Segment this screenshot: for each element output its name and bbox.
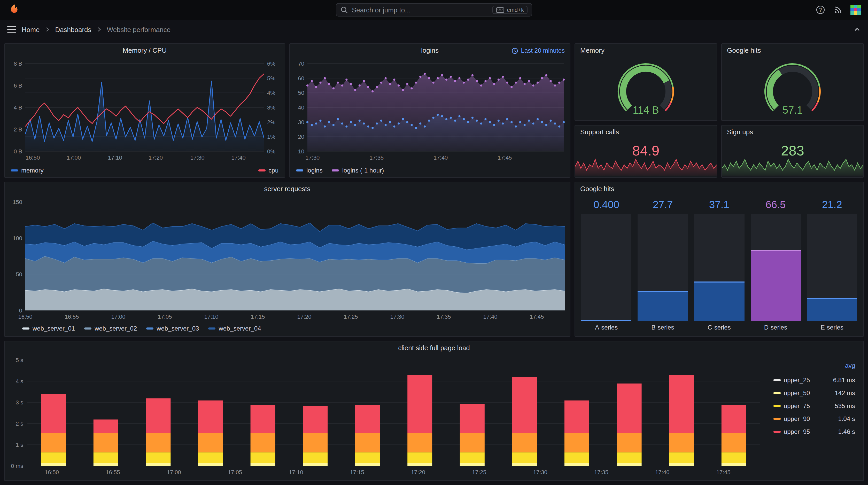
page-load-chart[interactable]: 0 ms1 s2 s3 s4 s5 s16:5016:5517:0017:051…: [5, 355, 863, 477]
legend-item-cpu[interactable]: cpu: [258, 167, 278, 174]
bar-gauge-c-series: 37.1 C-series: [694, 198, 744, 332]
legend-avg-value: 6.81 ms: [833, 376, 855, 384]
grafana-logo-icon[interactable]: [7, 3, 21, 17]
rss-icon[interactable]: [833, 5, 842, 14]
legend-item-web-server-01[interactable]: web_server_01: [22, 325, 75, 332]
server-requests-chart[interactable]: 05010015016:5016:5517:0017:0517:1017:151…: [5, 196, 570, 322]
search-icon: [340, 6, 348, 13]
svg-text:30: 30: [298, 119, 304, 126]
search-input[interactable]: Search or jump to... cmd+k: [336, 3, 532, 17]
svg-text:2 B: 2 B: [14, 126, 22, 133]
svg-text:17:35: 17:35: [437, 314, 451, 320]
bar-value: 37.1: [709, 198, 729, 213]
svg-text:5 s: 5 s: [16, 357, 23, 363]
breadcrumb-home[interactable]: Home: [22, 26, 39, 33]
svg-text:17:45: 17:45: [716, 469, 731, 476]
panel-sign-ups: Sign ups 283: [721, 125, 864, 178]
time-range-label[interactable]: Last 20 minutes: [512, 47, 565, 54]
svg-text:4%: 4%: [267, 90, 275, 96]
logins-chart[interactable]: 1020304050607017:3017:3517:4017:45: [290, 57, 570, 164]
bar-fill: [750, 250, 801, 321]
svg-text:17:00: 17:00: [67, 155, 81, 161]
legend-item-upper-90[interactable]: upper_90 1.04 s: [773, 412, 855, 425]
legend-item-logins-prev[interactable]: logins (-1 hour): [332, 167, 384, 174]
svg-text:17:30: 17:30: [305, 155, 319, 161]
panel-title[interactable]: Google hits: [575, 182, 863, 196]
svg-text:16:50: 16:50: [18, 314, 32, 320]
svg-text:17:15: 17:15: [350, 469, 364, 476]
svg-text:0%: 0%: [267, 148, 275, 155]
legend-item-web-server-02[interactable]: web_server_02: [84, 325, 137, 332]
legend-item-upper-75[interactable]: upper_75 535 ms: [773, 399, 855, 412]
stat-value: 84.9: [575, 143, 717, 159]
svg-text:6%: 6%: [267, 60, 275, 67]
legend-label-logins-prev: logins (-1 hour): [342, 167, 384, 174]
bar-value: 21.2: [822, 198, 842, 213]
svg-text:4 B: 4 B: [14, 104, 22, 111]
svg-text:0 B: 0 B: [14, 148, 22, 155]
svg-text:17:25: 17:25: [472, 469, 486, 476]
svg-text:3%: 3%: [267, 104, 275, 111]
legend-item-web-server-03[interactable]: web_server_03: [146, 325, 199, 332]
svg-text:17:45: 17:45: [530, 314, 544, 320]
svg-text:50: 50: [298, 90, 304, 96]
chevron-right-icon: [97, 27, 102, 32]
svg-text:17:05: 17:05: [158, 314, 172, 320]
svg-text:40: 40: [298, 104, 304, 111]
breadcrumb-current-page: Website performance: [107, 26, 171, 33]
menu-icon[interactable]: [7, 26, 17, 33]
legend-color-web-server-03: [146, 327, 153, 329]
panel-support-calls: Support calls 84.9: [575, 125, 717, 178]
legend-item-memory[interactable]: memory: [11, 167, 44, 174]
legend-item-logins[interactable]: logins: [296, 167, 323, 174]
svg-text:17:45: 17:45: [498, 155, 512, 161]
legend-item-upper-25[interactable]: upper_25 6.81 ms: [773, 374, 855, 386]
svg-text:16:55: 16:55: [65, 314, 79, 320]
svg-text:10: 10: [298, 148, 304, 155]
svg-text:16:50: 16:50: [26, 155, 40, 161]
bar-value: 0.400: [593, 198, 619, 213]
legend-label-cpu: cpu: [269, 167, 278, 174]
panel-title[interactable]: Memory: [575, 44, 717, 57]
legend-item-web-server-04[interactable]: web_server_04: [208, 325, 261, 332]
legend-label-logins: logins: [306, 167, 323, 174]
svg-text:17:30: 17:30: [190, 155, 205, 161]
panel-title[interactable]: server requests: [5, 182, 570, 196]
svg-text:50: 50: [16, 271, 22, 278]
svg-text:17:35: 17:35: [369, 155, 383, 161]
time-range-text: Last 20 minutes: [521, 47, 565, 54]
panel-title[interactable]: Google hits: [722, 44, 863, 57]
svg-text:17:30: 17:30: [390, 314, 404, 320]
svg-text:20: 20: [298, 133, 304, 140]
help-icon[interactable]: ?: [816, 5, 825, 14]
bar-value: 27.7: [653, 198, 673, 213]
collapse-chevron-up-icon[interactable]: [854, 26, 861, 33]
svg-text:17:30: 17:30: [533, 469, 548, 476]
avatar[interactable]: [850, 5, 861, 15]
svg-text:17:10: 17:10: [204, 314, 218, 320]
legend-item-upper-50[interactable]: upper_50 142 ms: [773, 386, 855, 399]
legend-label-memory: memory: [21, 167, 44, 174]
bar-label: E-series: [821, 324, 843, 332]
svg-text:17:10: 17:10: [289, 469, 303, 476]
breadcrumb-dashboards[interactable]: Dashboards: [55, 26, 91, 33]
search-placeholder: Search or jump to...: [352, 6, 489, 14]
memory-cpu-chart[interactable]: 0 B2 B4 B6 B8 B0%1%2%3%4%5%6%16:5017:001…: [5, 57, 285, 164]
legend-item-upper-95[interactable]: upper_95 1.46 s: [773, 425, 855, 438]
panel-title[interactable]: client side full page load: [5, 342, 863, 355]
svg-text:17:20: 17:20: [297, 314, 311, 320]
panel-google-hits-bars: Google hits 0.400 A-series 27.7 B-series…: [575, 182, 864, 337]
svg-text:17:40: 17:40: [433, 155, 448, 161]
bar-gauge-a-series: 0.400 A-series: [581, 198, 631, 332]
legend-color-web-server-01: [22, 327, 29, 329]
chevron-right-icon: [45, 27, 50, 32]
panel-server-requests: server requests 05010015016:5016:5517:00…: [4, 182, 570, 337]
server-requests-legend: web_server_01 web_server_02 web_server_0…: [22, 322, 566, 335]
panel-title[interactable]: Memory / CPU: [5, 44, 285, 57]
bar-gauge-b-series: 27.7 B-series: [638, 198, 688, 332]
svg-text:100: 100: [13, 235, 22, 241]
svg-text:17:00: 17:00: [111, 314, 125, 320]
svg-text:4 s: 4 s: [16, 378, 23, 385]
legend-color-upper-25: [773, 379, 781, 381]
legend-color-web-server-02: [84, 327, 91, 329]
